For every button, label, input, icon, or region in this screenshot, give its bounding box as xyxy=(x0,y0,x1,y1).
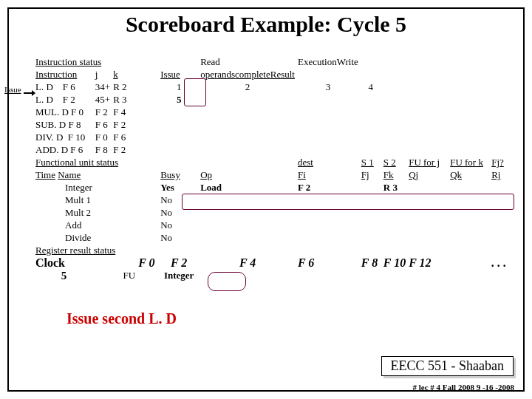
hdr-reg-result: Register result status xyxy=(35,245,138,257)
fu-hdr-fk: Fk xyxy=(383,169,409,182)
hdr-operands: operands xyxy=(200,69,235,80)
reg-head: F 6 xyxy=(298,257,361,270)
fu-hdr-qk: Qk xyxy=(450,169,491,182)
fu-hdr-s1: S 1 xyxy=(361,157,383,169)
instr-row: L. D F 2 45+ R 3 5 xyxy=(35,94,532,106)
fu-hdr-fuj: FU for j xyxy=(409,157,440,168)
fu-hdr-busy: Busy xyxy=(160,169,200,182)
fu-hdr-fi: Fi xyxy=(298,169,361,182)
fu-row: Mult 1No xyxy=(35,194,532,207)
fu-hdr-time: Time xyxy=(35,169,55,180)
hdr-read: Read xyxy=(200,56,220,67)
instr-j: 34+ xyxy=(95,81,113,94)
reg-head: F 2 xyxy=(160,257,200,270)
reg-head: F 0 xyxy=(138,257,160,270)
fu-row: Mult 2No xyxy=(35,207,532,219)
fu-row: Integer Yes Load F 2 R 3 Yes xyxy=(35,182,532,194)
hdr-fu-status: Functional unit status xyxy=(35,157,138,169)
reg-head: F 10 xyxy=(383,257,409,270)
hdr-instruction-status: Instruction status xyxy=(35,56,113,69)
issue-arrow-icon xyxy=(24,92,33,94)
hdr-k: k xyxy=(113,69,138,81)
instr-exec: 3 xyxy=(298,81,361,94)
fu-hdr-s2: S 2 xyxy=(383,157,409,169)
hdr-write: Write xyxy=(337,56,358,67)
reg-val: Integer xyxy=(160,270,200,282)
reg-head: F 12 xyxy=(409,257,450,270)
clock-label: Clock xyxy=(35,257,95,270)
instr-row: SUB. D F 8 F 6 F 2 xyxy=(35,119,532,132)
instr-row: DIV. D F 10 F 0 F 6 xyxy=(35,132,532,144)
hdr-issue: Issue xyxy=(160,69,200,81)
fu-row: DivideNo xyxy=(35,232,532,245)
instr-read: 2 xyxy=(200,81,298,94)
instr-row: ADD. D F 6 F 8 F 2 xyxy=(35,144,532,157)
fu-hdr-dest: dest xyxy=(298,157,361,169)
callout-text: Issue second L. D xyxy=(66,310,177,327)
hdr-result: Result xyxy=(270,69,295,80)
fu-hdr-fj: Fj xyxy=(361,169,383,182)
clock-value: 5 xyxy=(35,270,95,282)
fu-hdr-qj: Qj xyxy=(409,169,450,182)
reg-head: F 8 xyxy=(361,257,383,270)
hdr-instruction: Instruction xyxy=(35,69,95,81)
slide-title: Scoreboard Example: Cycle 5 xyxy=(0,12,532,37)
hdr-complete: complete xyxy=(235,69,270,80)
instr-row: L. D F 6 34+ R 2 1 2 3 4 xyxy=(35,81,532,94)
instr-dst: F 6 xyxy=(63,81,75,92)
footer-badge: EECC 551 - Shaaban xyxy=(383,358,516,378)
hdr-execution: Execution xyxy=(298,56,337,67)
reg-head: . . . xyxy=(491,257,514,270)
instr-op: L. D xyxy=(35,81,53,92)
reg-head: F 4 xyxy=(200,257,298,270)
scoreboard-content: Instruction status Read ExecutionWrite I… xyxy=(35,56,532,282)
fu-row: AddNo xyxy=(35,219,532,232)
scoreboard-table: Instruction status Read ExecutionWrite I… xyxy=(35,56,532,282)
fu-hdr-fuk: FU for k xyxy=(450,157,483,168)
instr-write: 4 xyxy=(361,81,383,94)
fu-hdr-rj: Rj xyxy=(491,169,514,182)
instr-k: R 2 xyxy=(113,81,138,94)
fu-hdr-fjq: Fj? xyxy=(491,157,514,169)
instr-issue: 1 xyxy=(160,81,200,94)
footer-course: EECC 551 - Shaaban xyxy=(381,356,514,376)
fu-hdr-op: Op xyxy=(200,169,298,182)
issue-stage-label: Issue xyxy=(4,85,21,94)
fu-hdr-name: Name xyxy=(58,169,81,180)
hdr-j: j xyxy=(95,69,113,81)
instr-row: MUL. D F 0 F 2 F 4 xyxy=(35,106,532,119)
fu-row-label: FU xyxy=(113,270,138,282)
footer-lecture-info: # lec # 4 Fall 2008 9 -16 -2008 xyxy=(413,383,514,392)
